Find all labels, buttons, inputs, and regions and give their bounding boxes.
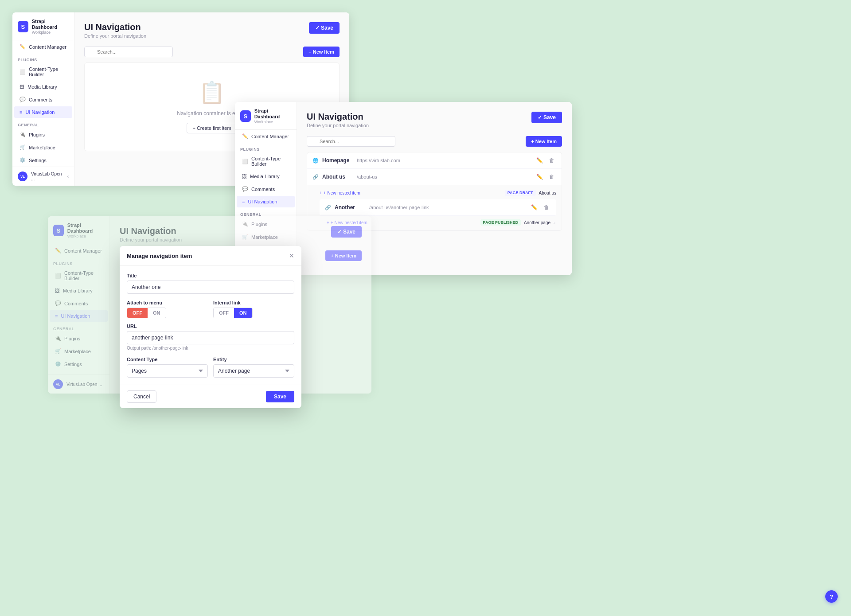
toolbar-1: + New Item bbox=[84, 47, 340, 57]
another-arrow: → bbox=[552, 220, 556, 225]
marketplace-icon-2: 🛒 bbox=[242, 234, 248, 240]
search-wrap-2 bbox=[307, 136, 395, 147]
attach-on-button[interactable]: ON bbox=[148, 308, 166, 318]
title-input[interactable] bbox=[127, 281, 294, 294]
plugins-icon-2: 🔌 bbox=[242, 221, 248, 227]
about-us-url: /about-us bbox=[357, 174, 531, 179]
internal-link-label: Internal link bbox=[213, 300, 294, 305]
another-name: Another bbox=[335, 204, 366, 211]
sidebar-item-settings[interactable]: ⚙️ Settings bbox=[14, 154, 72, 166]
homepage-edit-button[interactable]: ✏️ bbox=[535, 156, 545, 164]
internal-on-button[interactable]: ON bbox=[234, 308, 252, 318]
homepage-icon: 🌐 bbox=[312, 158, 319, 164]
sidebar-item-marketplace[interactable]: 🛒 Marketplace bbox=[14, 141, 72, 153]
cancel-button[interactable]: Cancel bbox=[127, 390, 156, 403]
modal-header: Manage navigation item ✕ bbox=[120, 246, 301, 266]
sidebar-2-marketplace[interactable]: 🛒 Marketplace bbox=[237, 231, 295, 243]
attach-toggle: OFF ON bbox=[127, 308, 166, 318]
add-nested-about-us[interactable]: + + New nested item PAGE DRAFT About us bbox=[320, 188, 556, 198]
logo-area-2: S Strapi Dashboard Workplace bbox=[235, 102, 297, 130]
ui-nav-icon-2: ≡ bbox=[242, 199, 245, 204]
user-name: VirtusLab Open ... bbox=[31, 172, 64, 181]
sidebar-2-plugins[interactable]: 🔌 Plugins bbox=[237, 218, 295, 230]
user-avatar: VL bbox=[18, 172, 27, 181]
sidebar-item-media-library[interactable]: 🖼 Media Library bbox=[14, 81, 72, 93]
new-item-button-2[interactable]: + New Item bbox=[526, 136, 562, 147]
search-wrap-1 bbox=[84, 47, 173, 57]
logo-icon-2: S bbox=[240, 110, 251, 122]
url-input[interactable] bbox=[127, 331, 294, 344]
homepage-url: https://virtuslab.com bbox=[357, 158, 531, 163]
sidebar-item-plugins[interactable]: 🔌 Plugins bbox=[14, 129, 72, 140]
s3-comments: 💬Comments bbox=[50, 297, 108, 309]
s3-content-manager: ✏️ Content Manager bbox=[50, 245, 108, 257]
s3-plugins: 🔌Plugins bbox=[50, 332, 108, 344]
attach-label: Attach to menu bbox=[127, 300, 208, 305]
logo-area: S Strapi Dashboard Workplace bbox=[12, 12, 74, 40]
content-manager-icon: ✏️ bbox=[20, 44, 26, 50]
sidebar-item-content-type-builder[interactable]: ⬜ Content-Type Builder bbox=[14, 63, 72, 80]
help-button[interactable]: ? bbox=[825, 590, 838, 603]
save-button-1[interactable]: ✓ Save bbox=[309, 22, 340, 34]
sidebar-item-ui-navigation[interactable]: ≡ UI Navigation bbox=[14, 106, 72, 118]
sidebar-item-comments[interactable]: 💬 Comments bbox=[14, 94, 72, 105]
sidebar-2-content-manager[interactable]: ✏️ Content Manager bbox=[237, 130, 295, 142]
modal-close-button[interactable]: ✕ bbox=[289, 252, 294, 259]
content-manager-icon-2: ✏️ bbox=[242, 133, 248, 139]
modal-body: Title Attach to menu OFF ON Internal lin… bbox=[120, 266, 301, 385]
sidebar-item-content-manager[interactable]: ✏️ Content Manager bbox=[14, 41, 72, 53]
content-type-builder-icon: ⬜ bbox=[20, 69, 26, 75]
page-title-1: UI Navigation bbox=[84, 22, 146, 32]
about-us-actions: ✏️ 🗑 bbox=[535, 173, 556, 181]
new-item-button-1[interactable]: + New Item bbox=[303, 47, 340, 57]
s3-marketplace: 🛒Marketplace bbox=[50, 345, 108, 357]
another-delete-button[interactable]: 🗑 bbox=[542, 203, 551, 211]
modal-title: Manage navigation item bbox=[127, 253, 192, 259]
sidebar-2-comments[interactable]: 💬 Comments bbox=[237, 183, 295, 195]
another-edit-button[interactable]: ✏️ bbox=[529, 203, 539, 211]
url-label: URL bbox=[127, 324, 294, 329]
app-name: Strapi Dashboard bbox=[32, 19, 69, 30]
form-group-url: URL Output path: /another-page-link bbox=[127, 324, 294, 351]
logo-icon-3: S bbox=[53, 225, 64, 236]
about-us-nested: + + New nested item PAGE DRAFT About us … bbox=[307, 185, 562, 230]
attach-off-button[interactable]: OFF bbox=[127, 308, 148, 318]
add-nested-another[interactable]: + + New nested item PAGE PUBLISHED Anoth… bbox=[320, 218, 556, 227]
page-title-2: UI Navigation bbox=[307, 112, 369, 122]
add-nested-plus-icon: + bbox=[320, 191, 322, 195]
app-name-2: Strapi Dashboard bbox=[254, 108, 291, 120]
entity-select[interactable]: Another page bbox=[213, 364, 294, 378]
search-input-1[interactable] bbox=[84, 47, 173, 57]
content-type-select[interactable]: Pages bbox=[127, 364, 208, 378]
collapse-icon[interactable]: ‹ bbox=[67, 174, 69, 179]
about-us-edit-button[interactable]: ✏️ bbox=[535, 173, 545, 181]
content-type-label: Content Type bbox=[127, 357, 208, 362]
search-input-2[interactable] bbox=[307, 136, 395, 147]
sidebar-2-media-library[interactable]: 🖼 Media Library bbox=[237, 171, 295, 182]
internal-off-button[interactable]: OFF bbox=[214, 308, 234, 318]
workspace: Workplace bbox=[32, 30, 69, 35]
another-icon: 🔗 bbox=[325, 205, 331, 211]
user-avatar-3: VL bbox=[53, 379, 63, 389]
another-actions: ✏️ 🗑 bbox=[529, 203, 551, 211]
comments-icon: 💬 bbox=[20, 97, 26, 102]
app-name-3: Strapi Dashboard bbox=[67, 222, 104, 234]
media-library-icon: 🖼 bbox=[20, 84, 24, 90]
s3-footer: VL VirtusLab Open ... bbox=[48, 374, 109, 394]
about-us-delete-button[interactable]: 🗑 bbox=[547, 173, 556, 181]
another-page-link: Another page bbox=[524, 220, 550, 225]
create-first-item-button[interactable]: + Create first item bbox=[187, 123, 237, 133]
ml-icon-2: 🖼 bbox=[242, 174, 247, 179]
comments-icon-2: 💬 bbox=[242, 186, 248, 192]
homepage-actions: ✏️ 🗑 bbox=[535, 156, 556, 164]
workspace-3: Workplace bbox=[67, 234, 104, 238]
homepage-delete-button[interactable]: 🗑 bbox=[547, 156, 556, 164]
s3-ctb: ⬜Content-Type Builder bbox=[50, 267, 108, 284]
sidebar-2-ui-navigation[interactable]: ≡ UI Navigation bbox=[237, 196, 295, 207]
toolbar-2: + New Item bbox=[307, 136, 562, 147]
save-button-2[interactable]: ✓ Save bbox=[531, 112, 562, 123]
sidebar-2-content-type-builder[interactable]: ⬜ Content-Type Builder bbox=[237, 153, 295, 170]
modal-save-button[interactable]: Save bbox=[266, 391, 294, 402]
internal-link-toggle: OFF ON bbox=[213, 308, 253, 318]
sidebar-footer: VL VirtusLab Open ... ‹ bbox=[12, 167, 74, 186]
